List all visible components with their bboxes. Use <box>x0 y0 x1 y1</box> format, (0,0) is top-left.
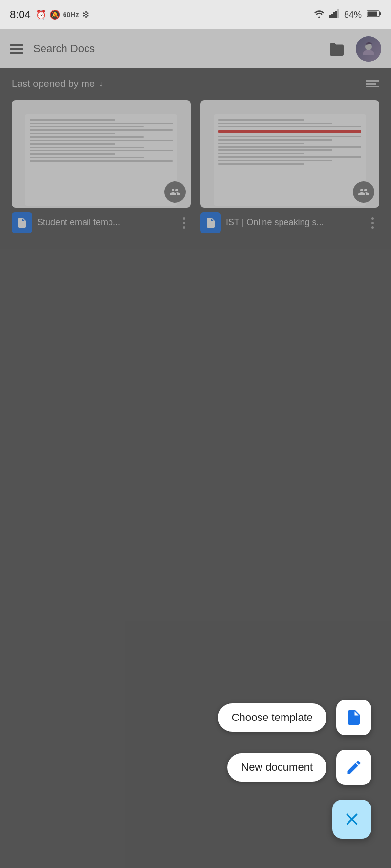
new-document-label[interactable]: New document <box>227 753 326 782</box>
svg-rect-7 <box>379 12 381 15</box>
fab-area: Choose template New document <box>0 673 391 868</box>
svg-rect-1 <box>329 15 331 18</box>
documents-grid: Student email temp... <box>0 95 391 243</box>
svg-rect-13 <box>208 225 212 226</box>
doc-info: Student email temp... <box>12 212 191 233</box>
doc-type-icon <box>200 212 221 233</box>
svg-rect-3 <box>333 12 335 18</box>
shared-icon <box>353 181 374 203</box>
svg-rect-15 <box>350 720 356 721</box>
new-document-row: New document <box>227 750 371 785</box>
doc-thumbnail <box>200 100 379 208</box>
list-view-toggle[interactable] <box>366 80 379 87</box>
doc-card[interactable]: IST | Online speaking s... <box>200 100 379 233</box>
svg-rect-12 <box>208 223 213 224</box>
doc-card[interactable]: Student email temp... <box>12 100 191 233</box>
close-fab-row <box>332 800 371 839</box>
new-document-button[interactable] <box>336 750 371 785</box>
flower-icon: ✻ <box>82 9 89 20</box>
main-content: Search Docs Last opened by me ↓ <box>0 29 391 868</box>
doc-thumbnail <box>12 100 191 208</box>
doc-info: IST | Online speaking s... <box>200 212 379 233</box>
doc-type-icon <box>12 212 32 233</box>
svg-rect-8 <box>368 12 377 16</box>
doc-more-button[interactable] <box>177 216 191 230</box>
choose-template-label[interactable]: Choose template <box>218 703 326 732</box>
svg-rect-2 <box>331 14 333 18</box>
svg-point-0 <box>318 16 320 18</box>
svg-rect-14 <box>350 719 358 720</box>
sort-label[interactable]: Last opened by me ↓ <box>12 78 103 89</box>
status-right: 84% <box>314 9 381 21</box>
sort-bar: Last opened by me ↓ <box>0 68 391 95</box>
folder-icon[interactable] <box>327 42 346 56</box>
status-left: 8:04 ⏰ 🔕 60Hz ✻ <box>10 8 89 21</box>
choose-template-button[interactable] <box>336 700 371 735</box>
search-docs-label[interactable]: Search Docs <box>33 42 318 55</box>
sort-arrow-icon: ↓ <box>99 79 103 89</box>
doc-name: Student email temp... <box>37 217 172 228</box>
mute-icon: 🔕 <box>49 9 60 20</box>
battery-icon <box>367 10 381 20</box>
alarm-icon: ⏰ <box>36 9 46 20</box>
user-avatar[interactable] <box>356 36 381 62</box>
signal-icon <box>329 9 339 21</box>
doc-name: IST | Online speaking s... <box>226 217 361 228</box>
svg-rect-10 <box>20 223 24 224</box>
refresh-rate-icon: 60Hz <box>63 11 79 19</box>
shared-icon <box>164 181 186 203</box>
choose-template-row: Choose template <box>218 700 371 735</box>
wifi-icon <box>314 9 325 21</box>
battery-level: 84% <box>344 10 362 20</box>
svg-rect-11 <box>20 225 23 226</box>
svg-rect-4 <box>335 11 337 18</box>
svg-rect-16 <box>350 716 354 717</box>
app-bar: Search Docs <box>0 29 391 68</box>
doc-more-button[interactable] <box>366 216 379 230</box>
svg-rect-5 <box>337 9 339 18</box>
status-bar: 8:04 ⏰ 🔕 60Hz ✻ 84% <box>0 0 391 29</box>
hamburger-menu[interactable] <box>10 44 23 54</box>
close-fab-button[interactable] <box>332 800 371 839</box>
status-time: 8:04 <box>10 8 31 21</box>
status-icons: ⏰ 🔕 60Hz ✻ <box>36 9 89 20</box>
